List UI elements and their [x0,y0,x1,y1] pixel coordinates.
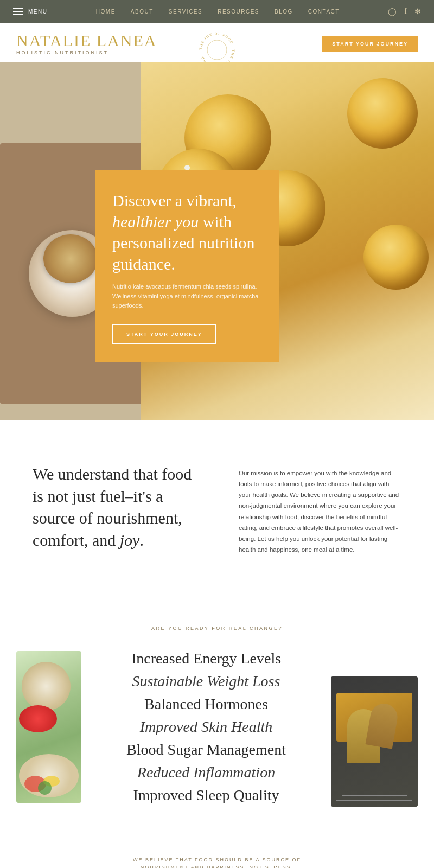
bottom-label: WE BELIEVE THAT FOOD SHOULD BE A SOURCE … [71,856,363,868]
hero-headline-italic: healthier you [112,213,199,231]
benefit-item: Balanced Hormones [92,693,320,716]
hero-section: Discover a vibrant, healthier you with p… [0,62,434,420]
benefits-label: ARE YOU READY FOR REAL CHANGE? [16,626,418,631]
benefits-right-image [331,676,418,807]
svg-point-1 [207,40,227,60]
benefit-item: Blood Sugar Management [92,738,320,761]
hero-subtext: Nutritio kale avocadus fermentum chia se… [112,282,262,311]
nav-about[interactable]: ABOUT [131,9,154,15]
benefits-section: ARE YOU READY FOR REAL CHANGE? Increased… [0,593,434,868]
menu-label[interactable]: MENU [28,9,47,15]
hero-overlay: Discover a vibrant, healthier you with p… [95,170,279,362]
nav-home[interactable]: HOME [96,9,116,15]
benefit-item: Increased Energy Levels [92,647,320,670]
pinterest-icon[interactable]: ❇ [414,7,421,16]
brand-name: NATALIE LANEA [16,33,157,49]
mission-body: Our mission is to empower you with the k… [239,468,401,555]
benefits-left-image [16,651,81,803]
benefit-item: Reduced Inflammation [92,761,320,784]
benefit-item: Improved Skin Health [92,716,320,738]
fruit-circle-3 [363,225,429,290]
bottom-cta-section: WE BELIEVE THAT FOOD SHOULD BE A SOURCE … [16,856,418,868]
mission-body-col: Our mission is to empower you with the k… [239,463,401,555]
benefits-center: Increased Energy Levels Sustainable Weig… [92,647,320,807]
main-nav: MENU HOME ABOUT SERVICES RESOURCES BLOG … [0,0,434,23]
hamburger-menu[interactable] [13,8,23,15]
nav-services[interactable]: SERVICES [169,9,202,15]
hero-headline: Discover a vibrant, healthier you with p… [112,190,262,275]
fruit-circle-1 [347,78,418,149]
benefits-inner: Increased Energy Levels Sustainable Weig… [16,647,418,807]
mission-section: We understand that food is not just fuel… [0,420,434,593]
section-divider [163,834,271,834]
brand: NATALIE LANEA HOLISTIC NUTRITIONIST [16,33,157,55]
instagram-icon[interactable]: ◯ [388,7,397,16]
benefit-item: Improved Sleep Quality [92,784,320,807]
mission-headline: We understand that food is not just fuel… [33,463,206,551]
topping-3 [184,165,190,170]
mission-headline-col: We understand that food is not just fuel… [33,463,206,551]
nav-contact[interactable]: CONTACT [308,9,340,15]
benefits-list: Increased Energy Levels Sustainable Weig… [92,647,320,807]
facebook-icon[interactable]: f [404,7,407,16]
social-icons: ◯ f ❇ [388,7,421,16]
nav-resources[interactable]: RESOURCES [218,9,259,15]
nav-left: MENU [13,8,47,15]
benefit-item: Sustainable Weight Loss [92,670,320,693]
site-header: NATALIE LANEA HOLISTIC NUTRITIONIST THE … [0,23,434,62]
hero-cta-button[interactable]: START YOUR JOURNEY [112,324,216,344]
nav-links: HOME ABOUT SERVICES RESOURCES BLOG CONTA… [96,9,340,15]
brand-subtitle: HOLISTIC NUTRITIONIST [16,50,157,55]
header-cta-button[interactable]: START YOUR JOURNEY [322,36,418,52]
nav-blog[interactable]: BLOG [275,9,293,15]
